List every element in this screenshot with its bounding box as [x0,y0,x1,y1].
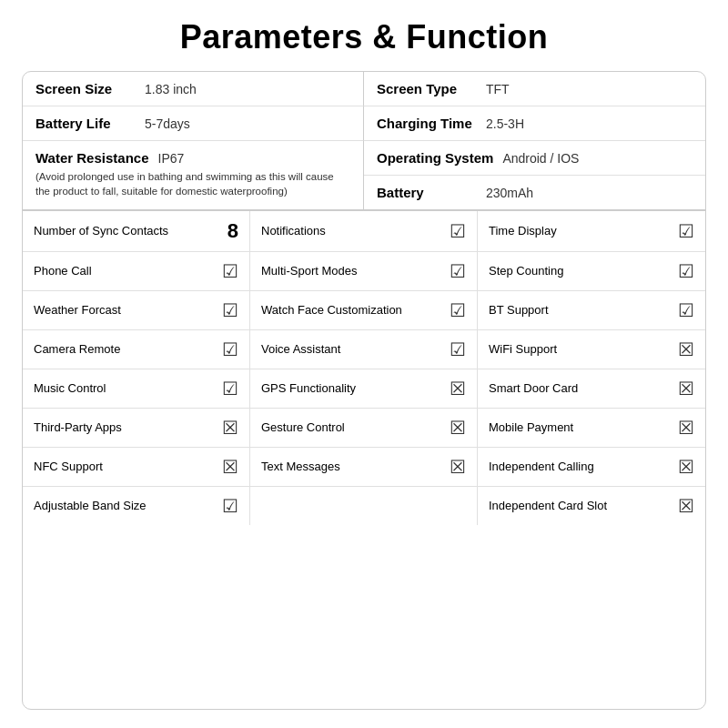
voice-assistant-cell: Voice Assistant ☑ [250,330,478,369]
phone-call-label: Phone Call [34,264,92,279]
camera-remote-label: Camera Remote [34,342,120,358]
sync-contacts-value: 8 [228,219,238,243]
multi-sport-label: Multi-Sport Modes [261,264,357,279]
screen-type-value: TFT [486,82,510,96]
phone-call-cell: Phone Call ☑ [23,252,250,290]
water-top: Water Resistance IP67 [35,150,350,166]
weather-cell: Weather Forcast ☑ [23,291,250,329]
independent-calling-label: Independent Calling [489,460,594,475]
card-slot-label: Independent Card Slot [489,499,607,514]
operating-system-value: Android / IOS [502,151,579,166]
notifications-check: ☑ [450,220,466,242]
os-battery-col: Operating System Android / IOS Battery 2… [364,141,705,209]
notifications-cell: Notifications ☑ [250,211,478,251]
text-messages-check: ☒ [450,456,466,478]
charging-time-label: Charging Time [377,116,477,131]
voice-assistant-label: Voice Assistant [261,342,340,358]
bt-support-check: ☑ [678,299,694,321]
features-section: Number of Sync Contacts 8 Notifications … [23,210,705,525]
screen-type-cell: Screen Type TFT [364,72,705,106]
feature-row-2: Phone Call ☑ Multi-Sport Modes ☑ Step Co… [23,252,705,291]
feature-row-4: Camera Remote ☑ Voice Assistant ☑ WiFi S… [23,330,705,369]
screen-size-value: 1.83 inch [145,82,197,96]
empty-cell [250,487,478,525]
feature-row-7: NFC Support ☒ Text Messages ☒ Independen… [23,448,705,487]
wifi-support-check: ☒ [678,339,694,360]
music-control-check: ☑ [222,378,238,399]
voice-assistant-check: ☑ [450,339,466,360]
third-party-label: Third-Party Apps [34,420,122,436]
battery-label: Battery [377,185,477,200]
sync-contacts-cell: Number of Sync Contacts 8 [23,211,250,251]
nfc-check: ☒ [222,456,238,478]
battery-life-label: Battery Life [35,116,136,131]
camera-remote-check: ☑ [222,339,238,360]
weather-check: ☑ [222,299,238,321]
gps-label: GPS Functionality [261,381,356,397]
operating-system-label: Operating System [377,150,493,166]
water-resistance-label: Water Resistance [35,150,149,166]
battery-life-value: 5-7days [145,116,190,131]
card-slot-cell: Independent Card Slot ☒ [478,487,705,525]
gps-check: ☒ [450,378,466,399]
step-counting-label: Step Counting [489,264,563,279]
charging-time-value: 2.5-3H [486,116,524,131]
mobile-payment-label: Mobile Payment [489,420,573,436]
nfc-cell: NFC Support ☒ [23,448,250,486]
card-slot-check: ☒ [678,495,694,517]
gesture-label: Gesture Control [261,420,345,436]
battery-value: 230mAh [486,186,533,200]
gesture-cell: Gesture Control ☒ [250,409,478,447]
feature-row-6: Third-Party Apps ☒ Gesture Control ☒ Mob… [23,409,705,448]
battery-cell: Battery 230mAh [364,176,705,209]
time-display-check: ☑ [678,220,694,242]
text-messages-label: Text Messages [261,460,340,475]
page: Parameters & Function Screen Size 1.83 i… [0,0,728,728]
independent-calling-check: ☒ [678,456,694,478]
multi-sport-cell: Multi-Sport Modes ☑ [250,252,478,290]
weather-label: Weather Forcast [34,303,121,318]
charging-time-cell: Charging Time 2.5-3H [364,106,705,141]
gesture-check: ☒ [450,417,466,439]
watch-face-label: Watch Face Customization [261,303,402,318]
music-control-label: Music Control [34,381,106,397]
adjustable-band-label: Adjustable Band Size [34,499,147,514]
wifi-support-cell: WiFi Support ☒ [478,330,705,369]
mobile-payment-cell: Mobile Payment ☒ [478,409,705,447]
feature-row-1: Number of Sync Contacts 8 Notifications … [23,211,705,252]
music-control-cell: Music Control ☑ [23,369,250,408]
text-messages-cell: Text Messages ☒ [250,448,478,486]
water-resistance-cell: Water Resistance IP67 (Avoid prolonged u… [23,141,364,209]
mobile-payment-check: ☒ [678,417,694,439]
params-table: Screen Size 1.83 inch Screen Type TFT Ba… [22,71,706,710]
third-party-cell: Third-Party Apps ☒ [23,409,250,447]
time-display-label: Time Display [489,224,557,239]
page-title: Parameters & Function [22,18,706,56]
feature-row-8: Adjustable Band Size ☑ Independent Card … [23,487,705,525]
smart-door-check: ☒ [678,378,694,399]
watch-face-cell: Watch Face Customization ☑ [250,291,478,329]
step-counting-cell: Step Counting ☑ [478,252,705,290]
feature-row-5: Music Control ☑ GPS Functionality ☒ Smar… [23,369,705,409]
independent-calling-cell: Independent Calling ☒ [478,448,705,486]
water-note: (Avoid prolonged use in bathing and swim… [35,169,350,198]
camera-remote-cell: Camera Remote ☑ [23,330,250,369]
nfc-label: NFC Support [34,460,103,475]
multi-sport-check: ☑ [450,260,466,282]
step-counting-check: ☑ [678,260,694,282]
wifi-support-label: WiFi Support [489,342,557,358]
water-resistance-value: IP67 [158,151,185,166]
watch-face-check: ☑ [450,299,466,321]
adjustable-band-check: ☑ [222,495,238,517]
phone-call-check: ☑ [222,260,238,282]
smart-door-cell: Smart Door Card ☒ [478,369,705,408]
bt-support-cell: BT Support ☑ [478,291,705,329]
adjustable-band-cell: Adjustable Band Size ☑ [23,487,250,525]
third-party-check: ☒ [222,417,238,439]
screen-size-cell: Screen Size 1.83 inch [23,72,364,106]
specs-section: Screen Size 1.83 inch Screen Type TFT Ba… [23,72,705,210]
time-display-cell: Time Display ☑ [478,211,705,251]
notifications-label: Notifications [261,224,326,239]
battery-life-cell: Battery Life 5-7days [23,106,364,141]
feature-row-3: Weather Forcast ☑ Watch Face Customizati… [23,291,705,330]
